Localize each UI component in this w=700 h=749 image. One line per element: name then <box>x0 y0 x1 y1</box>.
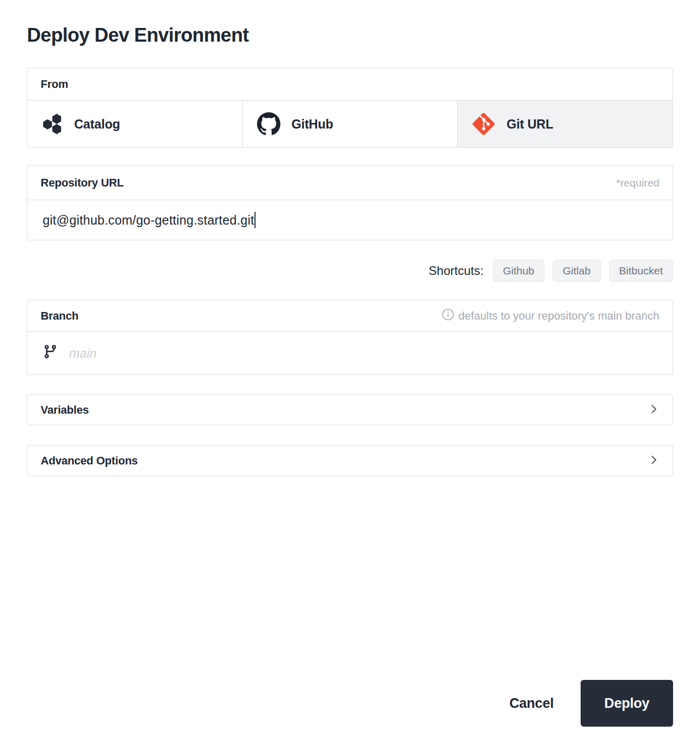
from-label: From <box>41 78 68 91</box>
tab-catalog-label: Catalog <box>74 117 120 132</box>
shortcuts-label: Shortcuts: <box>429 264 484 278</box>
github-icon <box>257 112 280 136</box>
variables-section[interactable]: Variables <box>27 394 673 425</box>
catalog-hexagons-icon <box>42 113 63 135</box>
tab-git-url-label: Git URL <box>506 117 553 132</box>
branch-hint-text: defaults to your repository's main branc… <box>458 309 659 323</box>
branch-input[interactable]: main <box>27 332 673 374</box>
source-tabs: Catalog GitHub Git URL <box>27 101 673 147</box>
tab-catalog[interactable]: Catalog <box>27 101 243 147</box>
advanced-options-section[interactable]: Advanced Options <box>27 445 673 476</box>
tab-git-url[interactable]: Git URL <box>458 101 673 147</box>
branch-label: Branch <box>41 309 79 323</box>
branch-section: Branch defaults to your repository's mai… <box>27 300 673 375</box>
repository-url-input[interactable]: git@github.com/go-getting.started.git <box>27 200 673 240</box>
shortcut-github-button[interactable]: Github <box>493 260 545 282</box>
text-cursor <box>254 212 256 228</box>
advanced-options-label: Advanced Options <box>41 454 138 467</box>
deploy-dev-environment-page: Deploy Dev Environment From Catalog <box>0 0 700 749</box>
repository-url-header: Repository URL *required <box>27 166 673 200</box>
shortcuts-row: Shortcuts: Github Gitlab Bitbucket <box>27 260 673 282</box>
from-section: From Catalog GitHub <box>27 68 673 148</box>
page-title: Deploy Dev Environment <box>27 24 673 46</box>
chevron-right-icon <box>648 403 659 417</box>
branch-hint: defaults to your repository's main branc… <box>442 308 659 324</box>
repository-url-label: Repository URL <box>41 176 123 190</box>
repository-url-value: git@github.com/go-getting.started.git <box>43 213 254 228</box>
cancel-button[interactable]: Cancel <box>510 696 554 711</box>
deploy-button[interactable]: Deploy <box>581 680 673 727</box>
branch-header: Branch defaults to your repository's mai… <box>27 300 673 332</box>
info-icon <box>442 308 454 324</box>
git-branch-icon <box>43 344 58 362</box>
repository-url-section: Repository URL *required git@github.com/… <box>27 165 673 240</box>
shortcut-gitlab-button[interactable]: Gitlab <box>553 260 601 282</box>
tab-github-label: GitHub <box>292 117 333 132</box>
shortcut-bitbucket-button[interactable]: Bitbucket <box>609 260 673 282</box>
git-icon <box>472 112 495 136</box>
variables-label: Variables <box>41 403 89 417</box>
from-header: From <box>27 68 673 101</box>
footer-actions: Cancel Deploy <box>510 680 673 727</box>
branch-placeholder: main <box>69 346 97 361</box>
chevron-right-icon <box>648 454 659 467</box>
tab-github[interactable]: GitHub <box>243 101 458 147</box>
required-hint: *required <box>616 177 659 189</box>
